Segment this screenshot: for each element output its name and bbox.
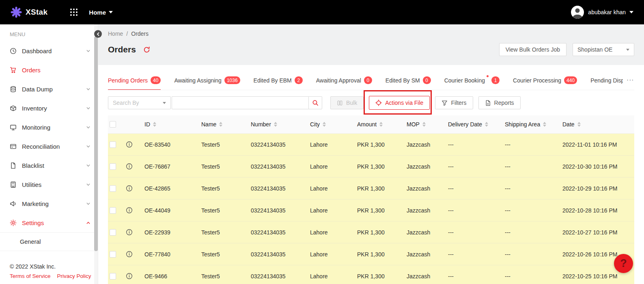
- sidebar-item-dashboard[interactable]: Dashboard: [0, 41, 98, 61]
- sort-icon[interactable]: [422, 122, 426, 127]
- reports-button[interactable]: Reports: [478, 96, 521, 109]
- column-header-date[interactable]: Date: [562, 115, 634, 133]
- column-header-amount[interactable]: Amount: [357, 115, 407, 133]
- main-content: Home / Orders Orders View Bulk Orders Jo…: [98, 24, 644, 284]
- table-row[interactable]: OE-83540 Tester5 03224134035 Lahore PKR …: [108, 134, 634, 156]
- privacy-policy-link[interactable]: Privacy Policy: [57, 273, 91, 279]
- cell-shipping-area: ---: [505, 178, 562, 199]
- actions-via-file-button[interactable]: Actions via File: [369, 96, 430, 110]
- sidebar-item-settings[interactable]: Settings: [0, 213, 98, 232]
- sidebar-item-utilities[interactable]: Utilities: [0, 175, 98, 194]
- store-select-value: Shopistan OE: [577, 46, 612, 53]
- sort-icon[interactable]: [379, 122, 383, 127]
- sidebar-item-marketing[interactable]: Marketing: [0, 194, 98, 213]
- cell-mop: Jazzcash: [407, 199, 448, 221]
- sort-icon[interactable]: [577, 122, 581, 127]
- sidebar-item-reconciliation[interactable]: Reconciliation: [0, 137, 98, 156]
- column-header-mop[interactable]: MOP: [407, 115, 448, 133]
- cell-mop: Jazzcash: [407, 243, 448, 265]
- breadcrumb-home[interactable]: Home: [108, 30, 123, 37]
- tab-edited-by-sm[interactable]: Edited By SM 0: [386, 71, 431, 90]
- filters-button[interactable]: Filters: [435, 96, 473, 109]
- tab-pending-dispatch[interactable]: Pending Dispatch 35: [590, 71, 623, 90]
- cell-mop: Jazzcash: [407, 134, 448, 155]
- column-header-city[interactable]: City: [310, 115, 357, 133]
- info-icon[interactable]: [126, 207, 133, 214]
- user-name: abubakar khan: [588, 9, 626, 15]
- info-icon[interactable]: [126, 141, 133, 148]
- search-input[interactable]: [172, 96, 308, 109]
- cell-name: Tester5: [201, 134, 251, 155]
- info-icon[interactable]: [126, 185, 133, 192]
- cell-id: OE-76867: [144, 156, 201, 177]
- table-toolbar: Search By Bulk Actions via File: [108, 90, 634, 115]
- search-by-dropdown[interactable]: Search By: [108, 96, 171, 109]
- tabs-overflow-ellipsis[interactable]: ...: [627, 75, 634, 82]
- sidebar-item-label: Dashboard: [22, 48, 81, 54]
- apps-grid-icon[interactable]: [70, 9, 78, 16]
- user-menu[interactable]: abubakar khan: [571, 5, 633, 19]
- view-bulk-orders-job-button[interactable]: View Bulk Orders Job: [499, 43, 566, 56]
- row-checkbox[interactable]: [110, 185, 116, 192]
- tab-awaiting-approval[interactable]: Awaiting Approval 0: [316, 71, 372, 90]
- help-button[interactable]: ?: [614, 254, 633, 273]
- table-row[interactable]: OE-9466 Tester5 03224134035 Lahore PKR 1…: [108, 265, 634, 284]
- terms-of-service-link[interactable]: Terms of Service: [10, 273, 51, 279]
- tab-pending-orders[interactable]: Pending Orders 40: [108, 71, 161, 90]
- row-checkbox[interactable]: [110, 141, 116, 148]
- sidebar-item-inventory[interactable]: Inventory: [0, 99, 98, 118]
- store-select-dropdown[interactable]: Shopistan OE: [573, 43, 634, 56]
- column-header-name[interactable]: Name: [201, 115, 251, 133]
- sort-icon[interactable]: [219, 122, 222, 127]
- scrollbar-thumb[interactable]: [94, 37, 98, 251]
- sort-icon[interactable]: [274, 122, 277, 127]
- sidebar-collapse-button[interactable]: [94, 30, 102, 38]
- info-icon[interactable]: [126, 229, 133, 236]
- column-header-delivery-date[interactable]: Delivery Date: [448, 115, 505, 133]
- tab-awaiting-assigning[interactable]: Awaiting Assigning 1036: [174, 71, 240, 90]
- search-button[interactable]: [308, 96, 322, 109]
- column-header-shipping-area[interactable]: Shipping Area: [505, 115, 562, 133]
- table-row[interactable]: OE-22939 Tester5 03224134035 Lahore PKR …: [108, 221, 634, 243]
- row-checkbox[interactable]: [110, 229, 116, 236]
- info-icon[interactable]: [126, 273, 133, 280]
- row-checkbox[interactable]: [110, 273, 116, 280]
- brand-logo[interactable]: XStak: [11, 7, 47, 18]
- table-row[interactable]: OE-76867 Tester5 03224134035 Lahore PKR …: [108, 156, 634, 178]
- column-header-id[interactable]: ID: [144, 115, 201, 133]
- tab-courier-processing[interactable]: Courier Processing 440: [513, 71, 577, 90]
- info-icon[interactable]: [126, 163, 133, 170]
- table-row[interactable]: OE-42865 Tester5 03224134035 Lahore PKR …: [108, 178, 634, 199]
- notification-dot: [487, 75, 489, 77]
- sidebar-subitem-general[interactable]: General: [0, 232, 98, 251]
- tab-edited-by-ebm[interactable]: Edited By EBM 2: [254, 71, 303, 90]
- cell-amount: PKR 1,300: [357, 156, 407, 177]
- refresh-icon[interactable]: [143, 46, 150, 53]
- sort-icon[interactable]: [323, 122, 326, 127]
- sidebar-item-data-dump[interactable]: Data Dump: [0, 80, 98, 99]
- row-checkbox[interactable]: [110, 207, 116, 214]
- table-row[interactable]: OE-77840 Tester5 03224134035 Lahore PKR …: [108, 243, 634, 265]
- sidebar-item-monitoring[interactable]: Monitoring: [0, 118, 98, 137]
- cell-shipping-area: ---: [505, 156, 562, 177]
- column-header-number[interactable]: Number: [251, 115, 310, 133]
- cell-id: OE-42865: [144, 178, 201, 199]
- sort-icon[interactable]: [153, 122, 156, 127]
- sort-icon[interactable]: [485, 122, 488, 127]
- sidebar-item-orders[interactable]: Orders: [0, 61, 98, 80]
- row-checkbox[interactable]: [110, 163, 116, 170]
- row-checkbox[interactable]: [110, 251, 116, 258]
- sidebar-item-blacklist[interactable]: Blacklist: [0, 156, 98, 175]
- breadcrumb: Home / Orders: [108, 30, 149, 37]
- sort-icon[interactable]: [543, 122, 546, 127]
- table-row[interactable]: OE-44049 Tester5 03224134035 Lahore PKR …: [108, 199, 634, 221]
- menu-label: MENU: [0, 24, 98, 41]
- bulk-button[interactable]: Bulk: [330, 96, 364, 109]
- info-icon[interactable]: [126, 251, 133, 258]
- page-header-row: Orders View Bulk Orders Job Shopistan OE: [108, 43, 634, 56]
- select-all-checkbox[interactable]: [110, 121, 116, 128]
- cell-amount: PKR 1,300: [357, 221, 407, 243]
- tab-courier-booking[interactable]: Courier Booking 1: [444, 71, 500, 90]
- sidebar-scrollbar[interactable]: [94, 24, 98, 284]
- home-nav-dropdown[interactable]: Home: [89, 9, 113, 16]
